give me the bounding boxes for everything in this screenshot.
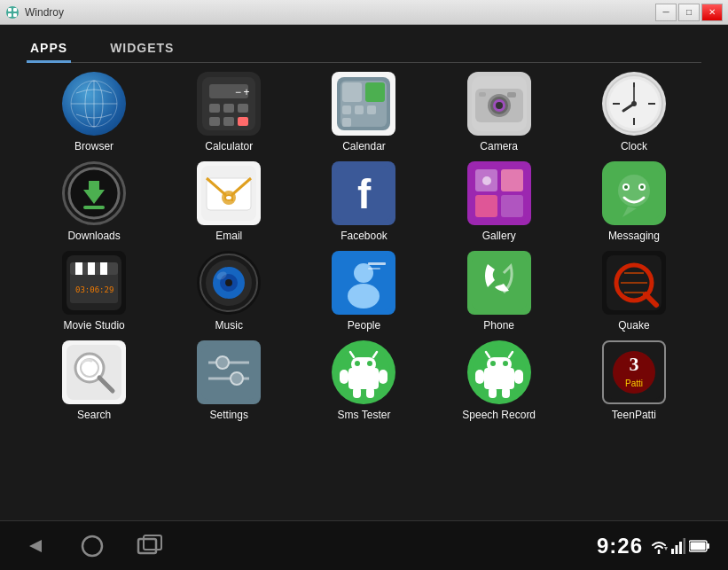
svg-rect-18 [238,117,248,126]
nav-buttons [18,530,167,562]
app-settings[interactable]: Settings [161,340,296,421]
svg-rect-55 [501,169,523,191]
app-gallery[interactable]: Gallery [432,161,567,242]
svg-rect-136 [707,543,709,549]
phone-icon [472,255,527,310]
svg-point-0 [6,6,19,19]
app-search[interactable]: Search [27,340,161,421]
app-facebook[interactable]: f Facebook [296,161,431,242]
svg-point-106 [367,361,372,366]
svg-point-81 [348,284,380,308]
svg-rect-4 [13,13,17,17]
svg-text:Patti: Patti [625,379,643,388]
svg-rect-3 [8,13,12,17]
home-button[interactable] [76,530,108,562]
svg-rect-16 [209,117,220,126]
svg-rect-95 [201,345,256,400]
svg-rect-46 [83,206,105,209]
svg-rect-119 [514,370,523,384]
svg-text:+: + [244,86,250,98]
app-browser[interactable]: Browser [27,72,161,152]
svg-point-64 [640,185,644,189]
app-email-label: Email [215,230,242,242]
svg-rect-24 [355,105,364,114]
app-calendar[interactable]: Calendar [296,72,431,152]
app-music[interactable]: Music [161,251,296,332]
messaging-icon [607,166,661,221]
app-music-label: Music [215,319,243,332]
smstester-icon [336,345,391,400]
svg-point-117 [503,361,508,366]
svg-point-99 [231,372,243,385]
bottom-bar: 9:26 [0,520,728,570]
app-speechrecord[interactable]: Speech Record [432,340,567,421]
svg-point-63 [624,185,628,189]
calendar-icon [337,77,390,130]
app-facebook-label: Facebook [341,230,387,242]
svg-rect-134 [684,538,686,554]
svg-rect-82 [368,262,386,265]
recents-button[interactable] [135,530,167,562]
people-icon [336,255,391,310]
tab-bar: APPS WIDGETS [27,34,701,63]
app-moviestudio[interactable]: 03:06:29 Movie Studio [27,251,161,332]
app-calculator-label: Calculator [205,140,253,152]
facebook-icon: f [336,166,391,221]
svg-point-77 [225,279,232,286]
gallery-icon [472,166,527,221]
svg-rect-131 [671,549,674,554]
svg-rect-108 [379,370,387,384]
time-display: 9:26 [597,534,643,558]
back-button[interactable] [18,530,50,562]
app-smstester-label: Sms Tester [338,409,391,421]
quake-icon [607,255,661,310]
close-button[interactable]: ✕ [701,4,723,21]
svg-rect-109 [353,387,361,398]
svg-rect-17 [223,117,234,126]
svg-rect-121 [502,387,510,398]
svg-rect-120 [489,387,497,398]
app-downloads[interactable]: Downloads [27,161,161,242]
svg-point-32 [496,102,503,109]
speechrecord-icon [472,345,527,400]
app-search-label: Search [77,409,111,421]
svg-rect-56 [475,195,497,217]
app-clock[interactable]: Clock [567,72,701,152]
svg-rect-1 [8,8,12,12]
svg-rect-57 [501,195,523,217]
app-smstester[interactable]: Sms Tester [296,340,431,421]
svg-marker-130 [664,547,668,550]
app-teenpatti[interactable]: 3 Patti TeenPatti [567,340,701,421]
minimize-button[interactable]: ─ [655,4,677,21]
app-grid: Browser − + [27,72,701,421]
app-quake[interactable]: Quake [567,251,701,332]
status-icons [650,538,710,554]
app-camera[interactable]: Camera [432,72,567,152]
app-settings-label: Settings [210,409,248,421]
svg-rect-14 [223,104,234,113]
svg-rect-21 [342,82,362,102]
tab-apps[interactable]: APPS [27,34,71,62]
maximize-button[interactable]: □ [678,4,700,21]
svg-rect-33 [507,92,516,98]
app-phone-label: Phone [483,319,514,332]
svg-rect-129 [144,535,161,550]
app-downloads-label: Downloads [67,230,120,242]
app-people[interactable]: People [296,251,431,332]
svg-rect-22 [365,82,385,102]
svg-point-80 [354,263,373,283]
svg-rect-13 [209,104,220,113]
android-area: APPS WIDGETS Browser [0,25,728,570]
svg-rect-71 [100,262,107,275]
app-messaging[interactable]: Messaging [567,161,701,242]
app-browser-label: Browser [74,140,114,152]
app-calculator[interactable]: − + Calculator [161,72,296,152]
svg-rect-10 [209,84,248,98]
app-email[interactable]: Email [161,161,296,242]
app-messaging-label: Messaging [608,230,660,242]
svg-rect-15 [238,104,248,113]
app-moviestudio-label: Movie Studio [63,319,124,332]
app-phone[interactable]: Phone [432,251,567,332]
search-icon [67,345,121,400]
tab-widgets[interactable]: WIDGETS [106,34,177,62]
